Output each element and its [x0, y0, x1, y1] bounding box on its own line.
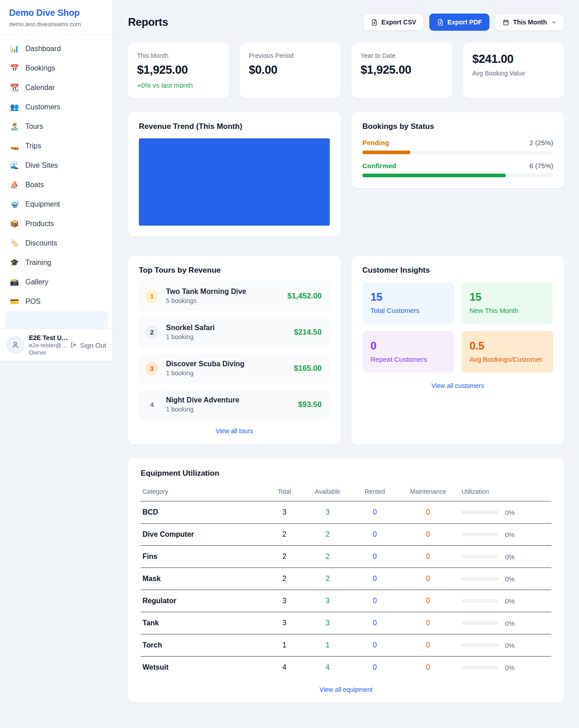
cell-rented: 0 — [350, 657, 399, 679]
user-info: E2E Test U… e2e-tester@… Owner — [29, 334, 66, 356]
sidebar-header: Demo Dive Shop demo.test.divestreams.com — [0, 0, 113, 35]
table-row: Dive Computer22000% — [141, 524, 551, 546]
table-header-row: Category Total Available Rented Maintena… — [141, 484, 551, 501]
products-icon: 📦 — [10, 219, 19, 228]
export-pdf-label: Export PDF — [447, 19, 482, 26]
tour-bookings: 1 booking — [166, 369, 287, 377]
export-pdf-button[interactable]: Export PDF — [429, 14, 489, 31]
utilization-track — [461, 643, 498, 647]
revenue-trend-card: Revenue Trend (This Month) — [128, 112, 341, 236]
stat-label: Avg Booking Value — [472, 70, 555, 77]
utilization-percent: 0% — [505, 575, 515, 583]
sidebar-item-products[interactable]: 📦Products — [5, 214, 108, 233]
sidebar-item-customers[interactable]: 👥Customers — [5, 97, 108, 117]
cell-available: 1 — [305, 634, 350, 657]
sidebar-item-dive-sites[interactable]: 🌊Dive Sites — [5, 156, 108, 175]
sidebar: Demo Dive Shop demo.test.divestreams.com… — [0, 0, 113, 361]
rank-badge: 2 — [145, 326, 159, 339]
status-label: Confirmed — [362, 162, 396, 170]
sidebar-item-calendar[interactable]: 📆Calendar — [5, 78, 108, 97]
dashboard-icon: 📊 — [10, 44, 19, 53]
sign-out-button[interactable]: Sign Out — [70, 341, 106, 349]
cell-rented: 0 — [350, 590, 399, 612]
calendar-icon — [503, 19, 509, 26]
cell-utilization: 0% — [457, 546, 551, 568]
file-download-icon — [437, 19, 444, 26]
utilization-percent: 0% — [505, 553, 515, 561]
sidebar-item-pos[interactable]: 💳POS — [5, 292, 108, 311]
cell-maintenance: 0 — [399, 657, 457, 679]
discounts-icon: 🏷️ — [10, 239, 19, 247]
sidebar-item-boats[interactable]: ⛵Boats — [5, 175, 108, 194]
main-content: Reports Export CSV Export PDF This Month — [113, 0, 579, 723]
view-all-equipment-link[interactable]: View all equipment — [141, 686, 551, 693]
stat-value: $1,925.00 — [137, 63, 220, 77]
cell-available: 3 — [305, 590, 350, 612]
cell-maintenance: 0 — [399, 546, 457, 568]
progress-track — [362, 174, 553, 177]
tile-label: Repeat Customers — [370, 355, 446, 363]
view-all-tours-link[interactable]: View all tours — [139, 427, 330, 435]
stat-value: $1,925.00 — [361, 63, 443, 77]
utilization-track — [461, 621, 498, 625]
tour-bookings: 1 booking — [166, 333, 287, 340]
insight-tiles: 15 Total Customers 15 New This Month 0 R… — [362, 282, 553, 373]
cell-rented: 0 — [350, 612, 399, 634]
period-label: This Month — [513, 19, 547, 26]
col-total: Total — [264, 484, 305, 501]
training-icon: 🎓 — [10, 258, 19, 267]
cell-rented: 0 — [350, 501, 399, 524]
export-csv-button[interactable]: Export CSV — [363, 14, 424, 31]
col-maintenance: Maintenance — [399, 484, 457, 501]
table-row: Tank33000% — [141, 612, 551, 634]
cell-category: Tank — [141, 612, 264, 634]
tile-avg-bookings-customer: 0.5 Avg Bookings/Customer — [461, 331, 553, 373]
shop-domain: demo.test.divestreams.com — [9, 21, 104, 28]
cell-available: 3 — [305, 612, 350, 634]
list-item: 3 Discover Scuba Diving1 booking $165.00 — [139, 353, 330, 383]
sidebar-item-gallery[interactable]: 📸Gallery — [5, 272, 108, 292]
tile-value: 0.5 — [470, 340, 545, 352]
cell-maintenance: 0 — [399, 612, 457, 634]
utilization-percent: 0% — [505, 642, 515, 649]
view-all-customers-link[interactable]: View all customers — [362, 382, 553, 389]
cell-rented: 0 — [350, 634, 399, 657]
cell-maintenance: 0 — [399, 501, 457, 524]
sidebar-item-training[interactable]: 🎓Training — [5, 253, 108, 272]
bookings-icon: 📅 — [10, 64, 19, 72]
status-row-pending: Pending 2 (25%) — [362, 139, 553, 154]
stat-avg-booking-value: $241.00 Avg Booking Value — [463, 43, 564, 98]
utilization-track — [461, 577, 498, 581]
col-utilization: Utilization — [457, 484, 551, 501]
stat-delta: +0% vs last month — [137, 81, 220, 89]
list-item: 1 Two Tank Morning Dive5 bookings $1,452… — [139, 281, 330, 311]
sidebar-item-discounts[interactable]: 🏷️Discounts — [5, 233, 108, 253]
sidebar-item-tours[interactable]: 🏝️Tours — [5, 117, 108, 136]
sidebar-item-dashboard[interactable]: 📊Dashboard — [5, 39, 108, 58]
sidebar-item-label: Discounts — [25, 239, 57, 247]
cell-total: 1 — [264, 634, 305, 657]
period-select[interactable]: This Month — [495, 14, 564, 31]
equipment-utilization-card: Equipment Utilization Category Total Ava… — [128, 458, 564, 702]
revenue-trend-title: Revenue Trend (This Month) — [139, 122, 330, 131]
lists-row: Top Tours by Revenue 1 Two Tank Morning … — [128, 256, 564, 444]
sidebar-item-equipment[interactable]: 🤿Equipment — [5, 194, 108, 214]
cell-category: Dive Computer — [141, 524, 264, 546]
sidebar-item-label: Bookings — [25, 64, 55, 72]
utilization-percent: 0% — [505, 664, 515, 671]
col-category: Category — [141, 484, 264, 501]
app-root: Demo Dive Shop demo.test.divestreams.com… — [0, 0, 579, 728]
status-value: 2 (25%) — [529, 139, 553, 147]
progress-fill — [362, 151, 410, 154]
cell-category: BCD — [141, 501, 264, 524]
sidebar-item-selected-partial[interactable] — [5, 311, 108, 329]
sidebar-item-bookings[interactable]: 📅Bookings — [5, 58, 108, 78]
col-rented: Rented — [350, 484, 399, 501]
sign-out-label: Sign Out — [80, 341, 106, 349]
stat-label: Previous Period — [249, 52, 332, 59]
stat-this-month: This Month $1,925.00 +0% vs last month — [128, 43, 229, 98]
cell-total: 3 — [264, 501, 305, 524]
sidebar-item-label: Dive Sites — [25, 161, 58, 170]
user-role: Owner — [29, 349, 66, 356]
sidebar-item-trips[interactable]: 🚤Trips — [5, 136, 108, 156]
